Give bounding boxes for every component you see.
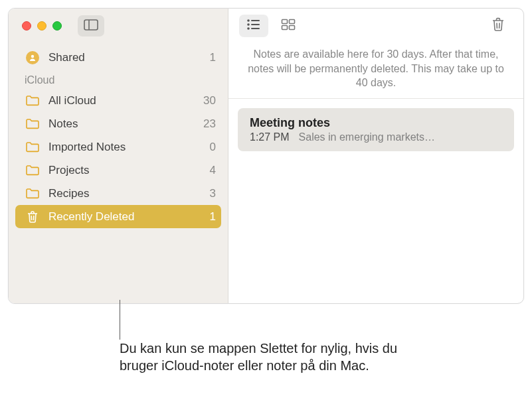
svg-rect-13	[282, 26, 288, 30]
sidebar-item-notes[interactable]: Notes 23	[9, 112, 228, 135]
list-view-icon	[246, 19, 261, 33]
gallery-view-button[interactable]	[274, 15, 303, 37]
fullscreen-window-button[interactable]	[52, 21, 62, 31]
sidebar-item-label: Recipes	[48, 187, 210, 200]
svg-rect-8	[251, 24, 260, 25]
sidebar-item-label: Notes	[48, 117, 203, 131]
sidebar-item-projects[interactable]: Projects 4	[9, 159, 228, 182]
toggle-sidebar-button[interactable]	[78, 15, 104, 36]
folder-icon	[25, 165, 41, 176]
sidebar-item-recently-deleted[interactable]: Recently Deleted 1	[15, 205, 221, 228]
sidebar-item-count: 4	[210, 164, 216, 177]
svg-rect-12	[290, 20, 295, 24]
callout-text: Du kan kun se mappen Slettet for nylig, …	[120, 340, 438, 374]
svg-rect-10	[251, 28, 260, 29]
sidebar-item-count: 3	[210, 187, 216, 200]
sidebar-item-count: 30	[203, 94, 216, 107]
list-view-button[interactable]	[239, 15, 268, 37]
note-subtitle: 1:27 PM Sales in emerging markets…	[250, 131, 502, 143]
sidebar: Shared 1 iCloud All iCloud 30 Notes 23	[9, 9, 228, 303]
delete-note-button[interactable]	[484, 15, 513, 37]
notes-window: Shared 1 iCloud All iCloud 30 Notes 23	[8, 8, 524, 304]
folder-icon	[25, 95, 41, 106]
recently-deleted-info: Notes are available here for 30 days. Af…	[228, 43, 523, 99]
note-preview: Sales in emerging markets…	[299, 131, 502, 143]
sidebar-item-recipes[interactable]: Recipes 3	[9, 182, 228, 205]
svg-point-5	[247, 19, 250, 22]
svg-point-9	[247, 27, 250, 30]
sidebar-item-label: All iCloud	[48, 94, 203, 107]
sidebar-item-count: 1	[210, 51, 216, 64]
sidebar-item-label: Projects	[48, 164, 210, 177]
trash-icon	[491, 17, 505, 35]
note-title: Meeting notes	[250, 116, 502, 130]
sidebar-item-shared[interactable]: Shared 1	[9, 46, 228, 69]
sidebar-item-count: 0	[210, 141, 216, 154]
sidebar-item-label: Imported Notes	[48, 141, 210, 154]
sidebar-item-count: 1	[210, 210, 216, 224]
main-panel: Notes are available here for 30 days. Af…	[228, 9, 523, 303]
sidebar-item-all-icloud[interactable]: All iCloud 30	[9, 89, 228, 112]
sidebar-item-count: 23	[203, 117, 216, 131]
close-window-button[interactable]	[22, 21, 31, 31]
gallery-view-icon	[281, 19, 296, 33]
toolbar	[228, 9, 523, 43]
minimize-window-button[interactable]	[37, 21, 46, 31]
sidebar-item-label: Shared	[48, 51, 210, 64]
callout-leader-line	[120, 300, 120, 340]
sidebar-content: Shared 1 iCloud All iCloud 30 Notes 23	[9, 43, 228, 228]
svg-rect-11	[282, 20, 288, 24]
folder-icon	[25, 118, 41, 129]
folder-icon	[25, 188, 41, 199]
sidebar-item-imported-notes[interactable]: Imported Notes 0	[9, 135, 228, 159]
svg-rect-14	[290, 26, 295, 30]
trash-icon	[25, 210, 41, 224]
svg-rect-6	[251, 20, 260, 21]
svg-point-7	[247, 23, 250, 26]
note-list: Meeting notes 1:27 PM Sales in emerging …	[228, 99, 523, 161]
folder-icon	[25, 141, 41, 153]
sidebar-section-icloud[interactable]: iCloud	[9, 69, 228, 89]
svg-point-2	[31, 54, 34, 57]
traffic-lights	[22, 21, 62, 31]
svg-rect-0	[84, 20, 98, 30]
sidebar-item-label: Recently Deleted	[48, 210, 210, 224]
sidebar-toggle-icon	[84, 19, 98, 33]
note-time: 1:27 PM	[250, 131, 290, 143]
note-item[interactable]: Meeting notes 1:27 PM Sales in emerging …	[238, 108, 514, 151]
shared-icon	[25, 51, 41, 64]
titlebar	[9, 9, 228, 43]
